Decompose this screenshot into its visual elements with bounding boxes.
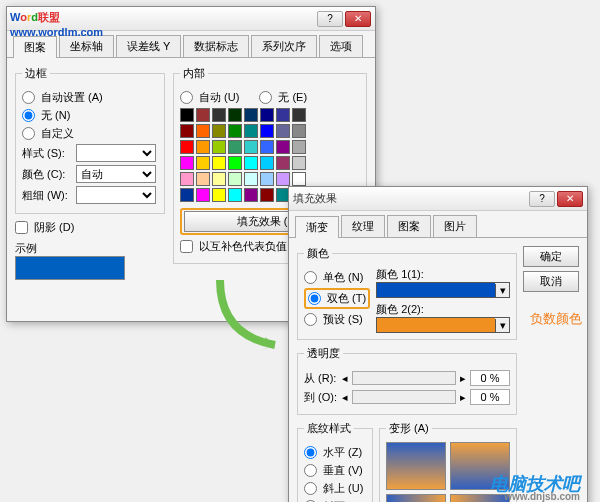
- color-swatch[interactable]: [228, 156, 242, 170]
- preset-radio[interactable]: [304, 313, 317, 326]
- tab-pattern[interactable]: 图案: [13, 36, 57, 58]
- watermark-brand: Word联盟: [10, 8, 60, 25]
- color-swatch[interactable]: [244, 172, 258, 186]
- to-value[interactable]: 0 %: [470, 389, 510, 405]
- tab-strip: 渐变 纹理 图案 图片: [289, 211, 587, 238]
- color-swatch[interactable]: [276, 140, 290, 154]
- color2-picker[interactable]: ▾: [376, 317, 510, 333]
- color-swatch[interactable]: [244, 124, 258, 138]
- fill-effect-dialog: 填充效果 ? ✕ 渐变 纹理 图案 图片 颜色 单色 (N) 双色 (T) 预设…: [288, 186, 588, 502]
- color-swatch[interactable]: [260, 156, 274, 170]
- tab-options[interactable]: 选项: [319, 35, 363, 57]
- color-swatch[interactable]: [212, 124, 226, 138]
- watermark-url2: www.dnjsb.com: [504, 491, 580, 502]
- ok-button[interactable]: 确定: [523, 246, 579, 267]
- color-swatch[interactable]: [292, 124, 306, 138]
- tab-texture[interactable]: 纹理: [341, 215, 385, 237]
- color-swatch[interactable]: [180, 156, 194, 170]
- from-value[interactable]: 0 %: [470, 370, 510, 386]
- color-swatch[interactable]: [196, 108, 210, 122]
- color-swatch[interactable]: [228, 124, 242, 138]
- color-swatch[interactable]: [244, 188, 258, 202]
- inner-none-radio[interactable]: [259, 91, 272, 104]
- diag1-radio[interactable]: [304, 482, 317, 495]
- color-swatch[interactable]: [228, 188, 242, 202]
- chevron-down-icon[interactable]: ▾: [495, 284, 509, 297]
- vert-radio[interactable]: [304, 464, 317, 477]
- color-swatch[interactable]: [260, 124, 274, 138]
- color-swatch[interactable]: [212, 108, 226, 122]
- color-swatch[interactable]: [276, 156, 290, 170]
- one-color-radio[interactable]: [304, 271, 317, 284]
- color-swatch[interactable]: [276, 172, 290, 186]
- color-swatch[interactable]: [260, 108, 274, 122]
- color-swatch[interactable]: [260, 188, 274, 202]
- tab-gradient[interactable]: 渐变: [295, 216, 339, 238]
- tab-errorbar[interactable]: 误差线 Y: [116, 35, 181, 57]
- color-swatch[interactable]: [180, 140, 194, 154]
- color-swatch[interactable]: [260, 172, 274, 186]
- color-swatch[interactable]: [260, 140, 274, 154]
- chevron-down-icon[interactable]: ▾: [495, 319, 509, 332]
- color-swatch[interactable]: [276, 124, 290, 138]
- variant-1[interactable]: [386, 442, 446, 490]
- color1-label: 颜色 1(1):: [376, 268, 424, 280]
- color-swatch[interactable]: [276, 108, 290, 122]
- tab-axis[interactable]: 坐标轴: [59, 35, 114, 57]
- border-custom-radio[interactable]: [22, 127, 35, 140]
- cancel-button[interactable]: 取消: [523, 271, 579, 292]
- color2-label: 颜色 2(2):: [376, 302, 510, 317]
- titlebar: 填充效果 ? ✕: [289, 187, 587, 211]
- color-swatch[interactable]: [292, 108, 306, 122]
- border-auto-radio[interactable]: [22, 91, 35, 104]
- shadow-checkbox[interactable]: [15, 221, 28, 234]
- variant-3[interactable]: [386, 494, 446, 502]
- inner-auto-radio[interactable]: [180, 91, 193, 104]
- color1-picker[interactable]: ▾: [376, 282, 510, 298]
- close-button[interactable]: ✕: [345, 11, 371, 27]
- annotation-negative-color: 负数颜色: [530, 310, 582, 328]
- colors-group: 颜色 单色 (N) 双色 (T) 预设 (S) 颜色 1(1): ▾ 颜色 2(…: [297, 246, 517, 340]
- color-swatch[interactable]: [180, 188, 194, 202]
- color-swatch[interactable]: [244, 108, 258, 122]
- horiz-radio[interactable]: [304, 446, 317, 459]
- style-select[interactable]: [76, 144, 156, 162]
- tab-order[interactable]: 系列次序: [251, 35, 317, 57]
- tab-datalabel[interactable]: 数据标志: [183, 35, 249, 57]
- help-button[interactable]: ?: [317, 11, 343, 27]
- color-swatch[interactable]: [196, 156, 210, 170]
- border-none-radio[interactable]: [22, 109, 35, 122]
- color-swatch[interactable]: [180, 124, 194, 138]
- color-swatch[interactable]: [228, 172, 242, 186]
- watermark-url: www.wordlm.com: [10, 26, 103, 38]
- tab-picture[interactable]: 图片: [433, 215, 477, 237]
- color-swatch[interactable]: [212, 156, 226, 170]
- color-swatch[interactable]: [180, 108, 194, 122]
- color-swatch[interactable]: [196, 140, 210, 154]
- color-swatch[interactable]: [196, 124, 210, 138]
- color-swatch[interactable]: [196, 188, 210, 202]
- weight-select[interactable]: [76, 186, 156, 204]
- color-swatch[interactable]: [212, 188, 226, 202]
- from-slider[interactable]: [352, 371, 456, 385]
- color-swatch[interactable]: [244, 140, 258, 154]
- color-swatch[interactable]: [292, 140, 306, 154]
- color-swatch[interactable]: [292, 156, 306, 170]
- color-swatch[interactable]: [228, 140, 242, 154]
- color-swatch[interactable]: [292, 172, 306, 186]
- two-color-radio[interactable]: [308, 292, 321, 305]
- invert-neg-checkbox[interactable]: [180, 240, 193, 253]
- help-button[interactable]: ?: [529, 191, 555, 207]
- color-swatch[interactable]: [180, 172, 194, 186]
- color-swatch[interactable]: [212, 172, 226, 186]
- tab-pattern[interactable]: 图案: [387, 215, 431, 237]
- color-swatch[interactable]: [196, 172, 210, 186]
- color-swatch[interactable]: [244, 156, 258, 170]
- dialog-title: 填充效果: [293, 191, 529, 206]
- border-group: 边框 自动设置 (A) 无 (N) 自定义 样式 (S): 颜色 (C):自动 …: [15, 66, 165, 214]
- color-swatch[interactable]: [228, 108, 242, 122]
- to-slider[interactable]: [352, 390, 456, 404]
- color-select[interactable]: 自动: [76, 165, 156, 183]
- close-button[interactable]: ✕: [557, 191, 583, 207]
- color-swatch[interactable]: [212, 140, 226, 154]
